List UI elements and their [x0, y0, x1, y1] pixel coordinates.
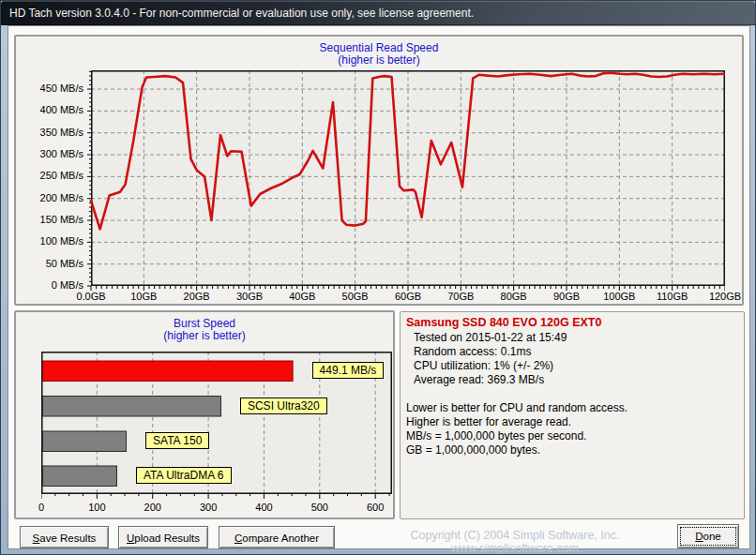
- seq-x-tick-label: 90GB: [540, 291, 593, 302]
- seq-y-tick-label: 400 MB/s: [16, 104, 83, 115]
- seq-y-tick-label: 0 MB/s: [16, 279, 83, 291]
- seq-x-tick-label: 60GB: [382, 291, 434, 302]
- cpu-utilization-line: CPU utilization: 1% (+/- 2%): [406, 359, 738, 373]
- client-area: Sequential Read Speed (higher is better)…: [8, 25, 750, 549]
- seq-x-tick-label: 50GB: [329, 291, 382, 302]
- drive-name: Samsung SSD 840 EVO 120G EXT0: [406, 316, 738, 329]
- burst-x-tick-label: 0: [23, 502, 60, 513]
- hd-tach-window: HD Tach version 3.0.4.0 - For non-commer…: [0, 0, 756, 555]
- random-access-line: Random access: 0.1ms: [406, 345, 738, 359]
- burst-bar-label: SCSI Ultra320: [240, 398, 327, 414]
- tested-on-line: Tested on 2015-01-22 at 15:49: [406, 331, 738, 345]
- sequential-read-panel: Sequential Read Speed (higher is better)…: [14, 35, 744, 306]
- note-gb-definition: GB = 1,000,000,000 bytes.: [406, 443, 738, 458]
- average-read-line: Average read: 369.3 MB/s: [406, 373, 738, 387]
- upload-results-button[interactable]: Upload Results: [118, 526, 208, 548]
- burst-chart-title: Burst Speed: [16, 317, 393, 330]
- seq-x-tick-label: 40GB: [276, 291, 328, 302]
- burst-x-tick-label: 100: [78, 502, 115, 513]
- seq-y-tick-label: 300 MB/s: [16, 148, 83, 159]
- info-spacer: [406, 387, 738, 401]
- burst-x-tick-label: 300: [189, 502, 227, 513]
- save-results-button[interactable]: Save Results: [20, 526, 109, 548]
- seq-x-tick-label: 100GB: [593, 291, 645, 302]
- results-info-panel: Samsung SSD 840 EVO 120G EXT0 Tested on …: [400, 311, 745, 519]
- seq-y-tick-label: 100 MB/s: [16, 235, 83, 247]
- burst-bar-label: ATA UltraDMA 6: [136, 467, 232, 484]
- seq-y-tick-label: 450 MB/s: [16, 82, 83, 94]
- seq-y-tick-label: 50 MB/s: [16, 258, 83, 269]
- seq-x-tick-label: 120GB: [699, 291, 751, 302]
- burst-speed-panel: Burst Speed (higher is better) 449.1 MB/…: [14, 310, 395, 519]
- seq-x-tick-label: 70GB: [434, 291, 487, 302]
- copyright-text: Copyright (C) 2004 Simpli Software, Inc.…: [357, 529, 673, 555]
- burst-bar-label: SATA 150: [145, 432, 209, 449]
- done-button[interactable]: Done: [677, 524, 739, 548]
- seq-x-tick-label: 110GB: [646, 291, 699, 302]
- seq-chart-subtitle: (higher is better): [16, 53, 742, 67]
- seq-chart-title: Sequential Read Speed: [16, 41, 742, 54]
- burst-x-tick-label: 600: [356, 502, 394, 513]
- seq-x-tick-label: 80GB: [488, 291, 540, 302]
- note-mbs-definition: MB/s = 1,000,000 bytes per second.: [406, 429, 738, 443]
- burst-bar-label: 449.1 MB/s: [312, 362, 385, 379]
- seq-y-tick-label: 200 MB/s: [16, 192, 83, 203]
- title-bar[interactable]: HD Tach version 3.0.4.0 - For non-commer…: [1, 1, 755, 25]
- seq-x-tick-label: 20GB: [171, 291, 223, 302]
- seq-x-tick-label: 0.0GB: [65, 291, 117, 302]
- note-lower-better: Lower is better for CPU and random acces…: [406, 401, 738, 415]
- seq-y-tick-label: 250 MB/s: [16, 170, 83, 181]
- seq-x-tick-label: 10GB: [117, 291, 170, 302]
- window-title: HD Tach version 3.0.4.0 - For non-commer…: [9, 7, 474, 20]
- seq-x-tick-label: 30GB: [223, 291, 276, 302]
- burst-x-tick-label: 500: [301, 502, 339, 513]
- compare-another-drive-button[interactable]: Compare Another Drive: [219, 526, 335, 548]
- seq-y-tick-label: 350 MB/s: [16, 127, 83, 138]
- burst-x-tick-label: 400: [245, 502, 282, 513]
- sequential-read-chart: [85, 70, 725, 293]
- burst-x-tick-label: 200: [134, 502, 172, 513]
- burst-chart-subtitle: (higher is better): [16, 329, 393, 342]
- note-higher-better: Higher is better for average read.: [406, 415, 738, 429]
- seq-y-tick-label: 150 MB/s: [16, 214, 83, 225]
